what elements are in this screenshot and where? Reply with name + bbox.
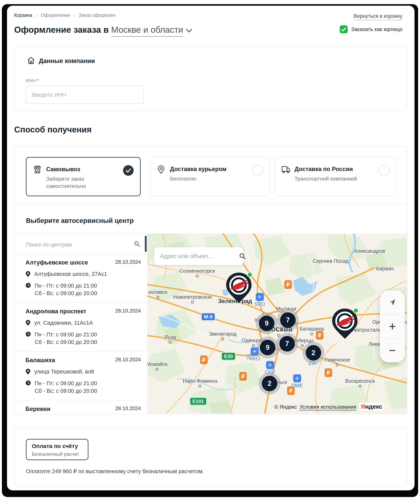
inn-input[interactable] [25, 86, 144, 104]
list-scrollbar[interactable] [145, 236, 147, 252]
map-town-dot [196, 275, 199, 277]
center-name: Балашиха [25, 357, 55, 363]
map-search-box[interactable] [154, 247, 243, 265]
map-cluster-marker[interactable]: 2 [303, 342, 324, 364]
center-address: ул. Садовники, 11Ас1А [34, 319, 93, 327]
center-address: Алтуфьевское шоссе, 27Ас1 [34, 270, 107, 278]
map-town-dot [169, 341, 172, 344]
breadcrumb-cart[interactable]: Корзина [14, 12, 32, 18]
option-subtitle: Транспортной компанией [294, 175, 357, 182]
cluster-count: 2 [306, 345, 321, 360]
payment-method-invoice[interactable]: Оплата по счёту Безналичный расчет [26, 439, 88, 460]
toll-rub-icon: ₽ [239, 372, 247, 381]
map-cluster-marker[interactable]: 9 [256, 312, 278, 334]
map-city-label: Воскресенск [345, 378, 375, 384]
map-town-dot [191, 301, 194, 304]
map-city-label: Можайск [147, 361, 167, 367]
zoom-out-button[interactable]: − [380, 339, 405, 362]
center-name: Андропова проспект [25, 308, 86, 315]
center-date: 28.10.2024 [115, 357, 141, 363]
back-to-cart-link[interactable]: Вернуться в корзину [353, 13, 402, 20]
map-city-label: Наро-Фоминск [183, 378, 218, 384]
payment-method-title: Оплата по счёту [32, 443, 78, 449]
cluster-count: 9 [259, 316, 274, 331]
zoom-in-button[interactable]: + [380, 314, 405, 338]
yandex-logo[interactable]: Яндекс [359, 403, 384, 411]
service-center-pin[interactable] [225, 271, 253, 304]
service-center-item[interactable]: Андропова проспект28.10.2024ул. Садовник… [15, 303, 147, 352]
center-address: улица Терешковой, вл8 [34, 368, 94, 375]
map-city-label: Новопетровское [173, 294, 212, 300]
service-center-item[interactable]: Алтуфьевское шоссе28.10.2024Алтуфьевское… [15, 254, 147, 303]
checkbox-checked-icon[interactable] [340, 25, 348, 33]
map-controls: + − [380, 290, 405, 362]
map-city-label: Звенигород [209, 331, 237, 337]
checkout-page: Корзина › Оформление › Заказ оформлен Ве… [0, 0, 420, 504]
plane-icon: ✈ [293, 374, 301, 382]
legal-entity-checkbox-row[interactable]: Заказать как юрлицо [340, 25, 402, 33]
map-town-dot [155, 368, 158, 371]
toll-rub-icon: ₽ [325, 368, 332, 377]
center-hours-row: Пн - Пт: с 09:00 до 21:00Сб - Вс: с 09:0… [25, 331, 141, 346]
map-city-label: Александров [354, 248, 385, 254]
geolocate-button[interactable] [380, 290, 405, 314]
map-search-input[interactable] [159, 252, 236, 260]
plane-icon: ✈ [256, 293, 264, 301]
toll-rub-icon: ₽ [287, 386, 295, 395]
chevron-right-icon: › [74, 13, 75, 18]
map-city-label: Сергиев Посад [313, 258, 349, 264]
service-center-item[interactable]: Бережки28.10.2024 [15, 400, 147, 414]
yandex-map[interactable]: СолнечногорскколамскНовопетровскоеЗелено… [147, 234, 407, 414]
map-city-label: Киржач [376, 266, 394, 272]
map-attribution: © Яндекс Условия использования Яндекс [274, 403, 384, 411]
page-title-prefix: Оформление заказа в [14, 25, 109, 35]
center-hours-weekdays: Пн - Пт: с 09:00 до 21:00 [35, 379, 97, 387]
divider [15, 204, 407, 205]
option-title: Доставка курьером [170, 166, 226, 173]
map-town-dot [336, 364, 339, 366]
company-data-card: Данные компании ИНН * [14, 46, 407, 111]
service-center-pin[interactable] [331, 307, 359, 340]
breadcrumb-checkout[interactable]: Оформление [41, 12, 70, 18]
service-center-item[interactable]: Балашиха28.10.2024улица Терешковой, вл8П… [15, 352, 147, 400]
region-selector[interactable]: Москве и области [111, 25, 183, 37]
plane-icon: ✈ [266, 361, 274, 369]
map-cluster-marker[interactable]: 9 [257, 336, 279, 359]
chevron-down-icon[interactable] [186, 29, 192, 33]
map-city-label: Руза [165, 334, 176, 340]
payment-note: Оплатите 249 960 ₽ по выставленному счет… [26, 468, 204, 474]
toll-rub-icon: ₽ [284, 280, 292, 289]
center-name: Алтуфьевское шоссе [25, 259, 88, 266]
choose-center-heading: Выберите автосервисный центр [26, 217, 134, 224]
center-hours-row: Пн - Пт: с 09:00 до 21:00Сб - Вс: с 09:0… [25, 282, 141, 297]
map-cluster-marker[interactable]: 2 [259, 372, 280, 395]
center-hours-weekend: Сб - Вс: с 09:00 до 20:00 [35, 289, 97, 297]
payment-card: Оплата по счёту Безналичный расчет Оплат… [14, 428, 407, 486]
required-asterisk: * [37, 78, 39, 83]
delivery-method-heading: Способ получения [14, 125, 91, 134]
map-cluster-marker[interactable]: 7 [276, 333, 298, 355]
chevron-right-icon: › [36, 13, 37, 18]
center-hours-weekdays: Пн - Пт: с 09:00 до 21:00 [35, 331, 97, 338]
option-subtitle: Заберите заказ самостоятельно [46, 175, 109, 190]
centers-search-input[interactable] [25, 238, 128, 251]
delivery-option-russia[interactable]: Доставка по России Транспортной компание… [274, 157, 396, 196]
map-town-dot [301, 344, 304, 347]
search-icon[interactable] [239, 252, 246, 260]
payment-method-subtitle: Безналичный расчет [32, 451, 79, 457]
divider [15, 234, 147, 234]
delivery-option-pickup[interactable]: Самовывоз Заберите заказ самостоятельно [26, 157, 141, 196]
breadcrumb-order-done: Заказ оформлен [79, 12, 116, 18]
airport-code: SVO [254, 301, 265, 307]
cluster-count: 2 [262, 376, 277, 391]
inn-label: ИНН * [25, 78, 39, 84]
map-cluster-marker[interactable]: 7 [277, 309, 299, 331]
terms-link[interactable]: Условия использования [299, 404, 356, 410]
search-icon[interactable] [134, 241, 140, 247]
selected-check-icon [123, 165, 134, 176]
radio-unselected-icon [252, 165, 263, 176]
map-town-dot [157, 296, 159, 299]
delivery-option-courier[interactable]: Доставка курьером Бесплатно [150, 157, 270, 196]
airport-marker: ✈SVO [254, 293, 265, 307]
map-city-label: коламск [148, 289, 167, 295]
